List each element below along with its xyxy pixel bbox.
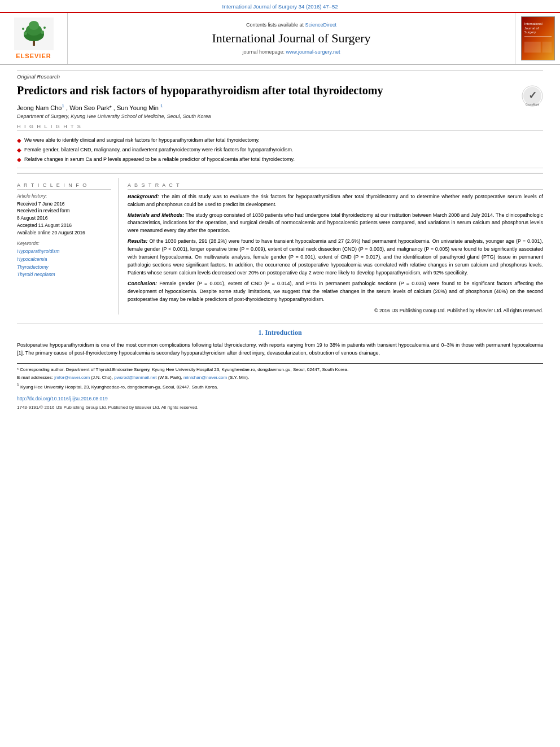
received-entry: Received 7 June 2016 xyxy=(17,200,111,208)
original-research-label: Original Research xyxy=(17,70,543,80)
journal-homepage-line: journal homepage: www.journal-surgery.ne… xyxy=(243,49,340,55)
keyword-4: Thyroid neoplasm xyxy=(17,271,111,279)
abstract-conclusion: Conclusion: Female gender (P = 0.001), e… xyxy=(128,280,543,304)
author2-star: * xyxy=(110,105,112,111)
journal-center: Contents lists available at ScienceDirec… xyxy=(68,13,515,64)
keyword-2: Hypocalcemia xyxy=(17,256,111,264)
highlight-text-2: Female gender, bilateral CND, malignancy… xyxy=(24,146,294,154)
revised-label: Received in revised form xyxy=(17,207,111,215)
history-label: Article history: xyxy=(17,193,111,199)
keywords-group: Keywords: Hypoparathyroidism Hypocalcemi… xyxy=(17,241,111,278)
crossmark-area: ✓ CrossMark xyxy=(522,85,543,108)
email-label: E-mail addresses: xyxy=(17,375,53,380)
intro-text: Postoperative hypoparathyroidism is one … xyxy=(17,342,543,357)
keyword-3: Thyroidectomy xyxy=(17,264,111,272)
title-area: ✓ CrossMark Predictors and risk factors … xyxy=(17,83,543,98)
available-entry: Available online 20 August 2016 xyxy=(17,229,111,237)
main-content: Original Research ✓ CrossMark Predictors… xyxy=(0,64,560,417)
background-label: Background: xyxy=(128,194,159,199)
author1-name: Jeong Nam Cho xyxy=(17,104,62,111)
highlight-text-1: We were able to identify clinical and su… xyxy=(24,137,260,144)
highlights-box: ◆ We were able to identify clinical and … xyxy=(17,134,543,168)
svg-point-6 xyxy=(41,30,44,34)
two-col-layout: A R T I C L E I N F O Article history: R… xyxy=(17,178,543,314)
conclusion-label: Conclusion: xyxy=(128,281,157,286)
results-text: Of the 1030 patients, 291 (28.2%) were f… xyxy=(128,238,543,276)
bullet-1: ◆ xyxy=(17,137,21,145)
keyword-1: Hypoparathyroidism xyxy=(17,248,111,256)
footer-issn: 1743-9191/© 2016 IJS Publishing Group Lt… xyxy=(17,404,543,411)
email1-author: (J.N. Cho), xyxy=(90,375,113,380)
svg-text:CrossMark: CrossMark xyxy=(526,103,540,106)
abstract-background: Background: The aim of this study was to… xyxy=(128,193,543,209)
svg-rect-15 xyxy=(542,42,551,53)
svg-text:Surgery: Surgery xyxy=(524,30,535,34)
abstract-results: Results: Of the 1030 patients, 291 (28.2… xyxy=(128,238,543,277)
author3-name: Sun Young Min xyxy=(117,104,159,111)
cover-svg: International Journal of Surgery xyxy=(522,16,554,60)
svg-point-7 xyxy=(22,28,24,30)
highlights-section-label: H I G H L I G H T S xyxy=(17,124,543,131)
bullet-2: ◆ xyxy=(17,146,21,154)
abstract-column: A B S T R A C T Background: The aim of t… xyxy=(128,178,543,314)
intro-heading: 1. Introduction xyxy=(17,329,543,337)
methods-text: The study group consisted of 1030 patien… xyxy=(128,212,543,234)
footnote1-text: Kyung Hee University Hospital, 23, Kyung… xyxy=(20,385,218,390)
svg-rect-13 xyxy=(524,36,551,37)
elsevier-label: ELSEVIER xyxy=(16,53,51,59)
svg-point-8 xyxy=(43,27,46,29)
corresponding-address: Department of Thyroid-Endocrine Surgery,… xyxy=(66,367,348,372)
citation-bar: International Journal of Surgery 34 (201… xyxy=(0,0,560,12)
author3-sup: 1 xyxy=(160,103,163,108)
article-history-group: Article history: Received 7 June 2016 Re… xyxy=(17,193,111,237)
corresponding-note: * Corresponding author. Department of Th… xyxy=(17,366,543,373)
methods-label: Materials and Methods: xyxy=(128,212,184,218)
author2-name: Won Seo Park xyxy=(69,104,110,111)
svg-text:International: International xyxy=(524,22,542,25)
highlight-item-3: ◆ Relative changes in serum Ca and P lev… xyxy=(17,156,543,164)
svg-point-4 xyxy=(29,21,39,30)
footnote1: 1 Kyung Hee University Hospital, 23, Kyu… xyxy=(17,382,543,391)
sciencedirect-line: Contents lists available at ScienceDirec… xyxy=(246,22,336,28)
email-note: E-mail addresses: jmfor@naver.com (J.N. … xyxy=(17,374,543,381)
corresponding-label: * Corresponding author. xyxy=(17,367,65,372)
highlight-item-2: ◆ Female gender, bilateral CND, malignan… xyxy=(17,146,543,154)
authors-line: Jeong Nam Cho1 , Won Seo Park* , Sun You… xyxy=(17,103,543,111)
svg-rect-14 xyxy=(524,42,540,53)
email3-link[interactable]: minishan@naver.com xyxy=(183,375,227,380)
journal-homepage-link[interactable]: www.journal-surgery.net xyxy=(286,49,340,55)
elsevier-logo-box: ELSEVIER xyxy=(0,13,68,64)
page: International Journal of Surgery 34 (201… xyxy=(0,0,560,747)
footnote1-sup: 1 xyxy=(17,383,19,387)
divider xyxy=(17,173,543,173)
email1-link[interactable]: jmfor@naver.com xyxy=(54,375,90,380)
journal-title: International Journal of Surgery xyxy=(212,31,370,46)
email3-author: (S.Y. Min). xyxy=(227,375,249,380)
introduction-section: 1. Introduction Postoperative hypoparath… xyxy=(17,324,543,357)
footer-doi: http://dx.doi.org/10.1016/j.ijsu.2016.08… xyxy=(17,395,543,403)
affiliation-line: Department of Surgery, Kyung Hee Univers… xyxy=(17,113,543,119)
conclusion-text: Female gender (P = 0.001), extent of CND… xyxy=(128,281,543,302)
svg-text:Journal of: Journal of xyxy=(524,27,539,30)
author1-sup: 1 xyxy=(62,103,64,108)
abstract-section-label: A B S T R A C T xyxy=(128,182,543,190)
highlight-text-3: Relative changes in serum Ca and P level… xyxy=(24,156,295,163)
revised-entry: 8 August 2016 xyxy=(17,215,111,222)
highlight-item-1: ◆ We were able to identify clinical and … xyxy=(17,137,543,145)
journal-header: ELSEVIER Contents lists available at Sci… xyxy=(0,12,560,64)
svg-point-5 xyxy=(24,32,27,35)
email2-link[interactable]: pwsrod@hanmail.net xyxy=(114,375,156,380)
accepted-entry: Accepted 11 August 2016 xyxy=(17,222,111,229)
sciencedirect-link[interactable]: ScienceDirect xyxy=(305,22,337,28)
abstract-methods: Materials and Methods: The study group c… xyxy=(128,212,543,235)
abstract-copyright: © 2016 IJS Publishing Group Ltd. Publish… xyxy=(128,307,543,314)
background-text: The aim of this study was to evaluate th… xyxy=(128,194,543,207)
abstract-content: Background: The aim of this study was to… xyxy=(128,193,543,314)
elsevier-tree-icon xyxy=(14,18,54,50)
doi-link[interactable]: http://dx.doi.org/10.1016/j.ijsu.2016.08… xyxy=(17,396,108,401)
article-info-label: A R T I C L E I N F O xyxy=(17,182,111,190)
svg-text:✓: ✓ xyxy=(528,90,537,101)
crossmark-icon: ✓ CrossMark xyxy=(522,85,543,107)
citation-text: International Journal of Surgery 34 (201… xyxy=(222,3,338,10)
journal-cover-box: International Journal of Surgery xyxy=(515,13,560,64)
